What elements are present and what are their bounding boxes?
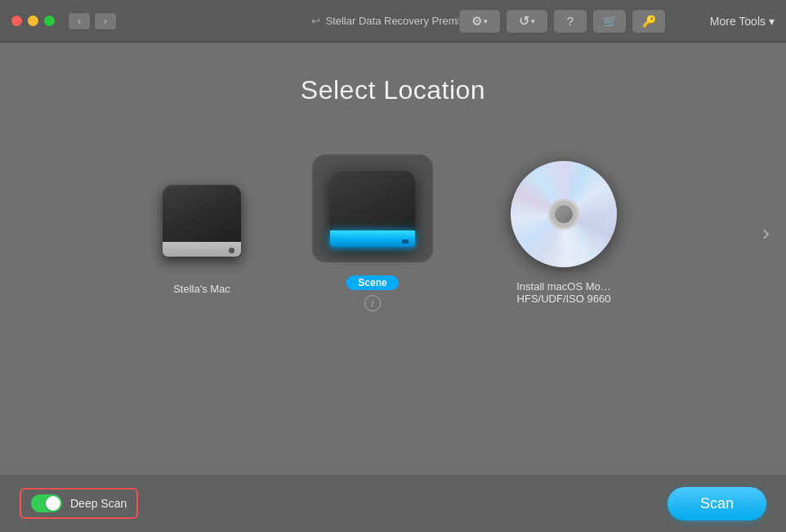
close-button[interactable]	[11, 16, 22, 26]
history-dropdown-arrow: ▾	[531, 17, 535, 25]
settings-dropdown-arrow: ▾	[484, 17, 488, 25]
back-icon: ‹	[78, 16, 81, 27]
info-icon[interactable]: i	[364, 295, 381, 311]
deep-scan-toggle[interactable]	[31, 494, 62, 512]
selected-drive-wrapper	[312, 154, 433, 262]
forward-icon: ›	[104, 16, 107, 27]
cart-button[interactable]: 🛒	[592, 9, 627, 34]
nav-arrows: ‹ ›	[68, 12, 117, 30]
drive-item-stellas-mac[interactable]: Stella's Mac	[157, 172, 247, 295]
chevron-right-icon: ›	[762, 220, 770, 245]
question-icon: ?	[567, 14, 574, 28]
key-button[interactable]: 🔑	[632, 9, 666, 34]
drive-item-scene[interactable]: Scene i	[312, 154, 433, 311]
bottom-bar: Deep Scan Scan	[0, 475, 786, 532]
drive-label-scene: Scene i	[346, 275, 398, 311]
back-button[interactable]: ‹	[68, 12, 91, 30]
maximize-button[interactable]	[44, 16, 55, 26]
help-button[interactable]: ?	[553, 9, 587, 34]
key-icon: 🔑	[642, 15, 656, 28]
scan-button[interactable]: Scan	[668, 487, 766, 521]
cd-icon-install-macos	[511, 161, 617, 267]
drives-area: Stella's Mac Scene i	[0, 154, 786, 311]
traffic-lights	[0, 16, 55, 26]
hdd-icon-stellas-mac	[157, 172, 247, 270]
history-icon: ↺	[519, 13, 529, 29]
history-button[interactable]: ↺ ▾	[506, 9, 548, 34]
drive-label-install-macos: Install macOS Mo…HFS/UDF/ISO 9660	[498, 280, 629, 305]
more-tools-label: More Tools	[710, 15, 766, 28]
back-arrow-icon: ↩	[311, 15, 320, 27]
window-title: Stellar Data Recovery Premium	[325, 15, 474, 27]
drive-item-install-macos[interactable]: Install macOS Mo…HFS/UDF/ISO 9660	[498, 161, 629, 305]
settings-button[interactable]: ⚙ ▾	[458, 9, 501, 34]
toggle-thumb	[46, 496, 60, 511]
more-tools-button[interactable]: More Tools ▾	[710, 15, 775, 28]
page-title: Select Location	[301, 75, 485, 105]
gear-icon: ⚙	[471, 14, 482, 29]
forward-button[interactable]: ›	[94, 12, 117, 30]
window-title-area: ↩ Stellar Data Recovery Premium	[311, 15, 474, 27]
right-chevron-button[interactable]: ›	[762, 220, 770, 246]
deep-scan-container: Deep Scan	[20, 488, 138, 519]
main-content: Select Location Stella's Mac	[0, 42, 786, 532]
toolbar: ⚙ ▾ ↺ ▾ ? 🛒 🔑	[458, 9, 666, 34]
more-tools-dropdown-arrow: ▾	[769, 15, 775, 28]
cart-icon: 🛒	[603, 15, 617, 28]
minimize-button[interactable]	[28, 16, 38, 26]
deep-scan-label: Deep Scan	[70, 497, 127, 510]
drive-label-stellas-mac: Stella's Mac	[173, 283, 230, 295]
titlebar: ‹ › ↩ Stellar Data Recovery Premium ⚙ ▾ …	[0, 0, 786, 42]
